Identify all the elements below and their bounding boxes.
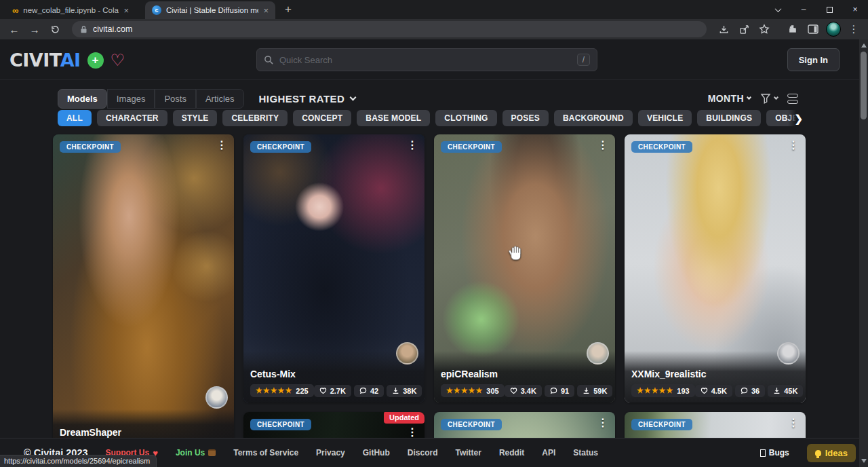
rating-badge: ★★★★★193 bbox=[631, 384, 695, 397]
forward-button[interactable]: → bbox=[26, 20, 43, 38]
creator-avatar[interactable] bbox=[587, 342, 609, 365]
side-panel-icon[interactable] bbox=[804, 20, 822, 38]
extensions-puzzle-icon[interactable] bbox=[784, 20, 802, 38]
period-dropdown[interactable]: MONTH bbox=[708, 93, 751, 104]
window-maximize-button[interactable] bbox=[816, 0, 842, 19]
footer-link-reddit[interactable]: Reddit bbox=[499, 448, 524, 457]
reload-button[interactable] bbox=[46, 20, 64, 38]
colab-icon: ∞ bbox=[12, 5, 18, 16]
tab-search-icon[interactable] bbox=[765, 0, 791, 19]
browser-menu-icon[interactable]: ⋮ bbox=[845, 20, 863, 38]
creator-avatar[interactable] bbox=[205, 386, 228, 409]
tab-close-icon[interactable]: × bbox=[263, 6, 269, 15]
browser-profile-avatar[interactable] bbox=[825, 20, 842, 38]
downloads-badge: 45K bbox=[768, 385, 803, 397]
likes-badge: 4.5K bbox=[695, 385, 732, 397]
card-menu-icon[interactable]: ⋮ bbox=[597, 140, 608, 151]
model-card-cetus-mix[interactable]: CHECKPOINT ⋮ Cetus-Mix ★★★★★225 2.7K 42 … bbox=[243, 134, 425, 403]
civitai-page: CIVITAI + ♡ / Sign In Models Images Post… bbox=[0, 39, 868, 467]
category-poses[interactable]: POSES bbox=[502, 110, 549, 126]
footer-link-terms[interactable]: Terms of Service bbox=[233, 448, 298, 457]
categories-scroll-next-icon[interactable]: ❯ bbox=[788, 110, 803, 127]
civitai-logo[interactable]: CIVITAI + ♡ bbox=[9, 50, 125, 71]
footer-link-twitter[interactable]: Twitter bbox=[455, 448, 481, 457]
footer-link-api[interactable]: API bbox=[542, 448, 555, 457]
chevron-down-icon bbox=[774, 95, 778, 100]
tab-models[interactable]: Models bbox=[58, 89, 107, 109]
url-text: civitai.com bbox=[93, 24, 132, 34]
filter-right-cluster: MONTH bbox=[708, 88, 798, 109]
model-type-badge: CHECKPOINT bbox=[441, 419, 502, 430]
footer-link-github[interactable]: GitHub bbox=[363, 448, 390, 457]
sign-in-button[interactable]: Sign In bbox=[787, 48, 840, 71]
tab-images[interactable]: Images bbox=[107, 89, 155, 109]
card-menu-icon[interactable]: ⋮ bbox=[788, 140, 799, 151]
browser-tab-civitai[interactable]: c Civitai | Stable Diffusion models, × bbox=[145, 1, 275, 19]
card-menu-icon[interactable]: ⋮ bbox=[788, 417, 799, 428]
back-button[interactable]: ← bbox=[5, 20, 23, 38]
slash-shortcut-badge: / bbox=[577, 54, 590, 66]
scrollbar-thumb[interactable] bbox=[861, 52, 867, 119]
search-input[interactable] bbox=[279, 55, 572, 65]
footer-link-discord[interactable]: Discord bbox=[408, 448, 438, 457]
window-close-button[interactable]: × bbox=[842, 0, 868, 19]
model-card-epicrealism[interactable]: CHECKPOINT ⋮ epiCRealism ★★★★★305 3.4K 9… bbox=[434, 134, 615, 403]
model-title: Cetus-Mix bbox=[250, 369, 418, 379]
category-character[interactable]: CHARACTER bbox=[97, 110, 167, 126]
favorites-heart-icon[interactable]: ♡ bbox=[111, 52, 125, 69]
category-background[interactable]: BACKGROUND bbox=[554, 110, 633, 126]
model-title: epiCRealism bbox=[441, 369, 608, 379]
page-scrollbar[interactable] bbox=[859, 39, 868, 467]
status-bar-url: https://civitai.com/models/25694/epicrea… bbox=[0, 455, 157, 467]
comments-badge: 36 bbox=[735, 385, 765, 397]
share-icon[interactable] bbox=[735, 20, 753, 38]
footer-link-status[interactable]: Status bbox=[573, 448, 598, 457]
browser-toolbar: ← → civitai.com ⋮ bbox=[0, 19, 868, 39]
scrollbar-down-arrow[interactable] bbox=[861, 459, 867, 463]
model-card-dreamshaper[interactable]: CHECKPOINT ⋮ DreamShaper bbox=[53, 134, 234, 448]
model-card-xxmix[interactable]: CHECKPOINT ⋮ XXMix_9realistic ★★★★★193 4… bbox=[625, 134, 806, 403]
likes-badge: 3.4K bbox=[505, 385, 542, 397]
card-menu-icon[interactable]: ⋮ bbox=[597, 417, 608, 428]
tab-articles[interactable]: Articles bbox=[196, 89, 244, 109]
scrollbar-up-arrow[interactable] bbox=[861, 43, 867, 48]
bugs-link[interactable]: Bugs bbox=[760, 448, 789, 457]
ideas-button[interactable]: Ideas bbox=[807, 444, 856, 462]
tab-posts[interactable]: Posts bbox=[155, 89, 196, 109]
comment-icon bbox=[359, 387, 367, 394]
footer-link-privacy[interactable]: Privacy bbox=[316, 448, 345, 457]
category-style[interactable]: STYLE bbox=[173, 110, 218, 126]
card-menu-icon[interactable]: ⋮ bbox=[216, 140, 227, 151]
layout-toggle-icon[interactable] bbox=[787, 94, 798, 104]
window-minimize-button[interactable]: – bbox=[791, 0, 816, 19]
category-concept[interactable]: CONCEPT bbox=[293, 110, 351, 126]
category-vehicle[interactable]: VEHICLE bbox=[638, 110, 692, 126]
category-buildings[interactable]: BUILDINGS bbox=[697, 110, 761, 126]
card-menu-icon[interactable]: ⋮ bbox=[407, 140, 418, 151]
category-clothing[interactable]: CLOTHING bbox=[435, 110, 496, 126]
card-menu-icon[interactable]: ⋮ bbox=[407, 427, 418, 438]
rating-badge: ★★★★★225 bbox=[250, 384, 314, 397]
model-card-grid: CHECKPOINT ⋮ DreamShaper CHECKPOINT ⋮ Ce… bbox=[53, 134, 806, 467]
creator-avatar[interactable] bbox=[777, 342, 800, 365]
address-bar[interactable]: civitai.com bbox=[72, 21, 707, 37]
comment-icon bbox=[741, 387, 748, 394]
heart-icon bbox=[510, 387, 517, 394]
new-tab-button[interactable]: + bbox=[281, 3, 296, 16]
creator-avatar[interactable] bbox=[396, 342, 418, 365]
likes-badge: 2.7K bbox=[314, 385, 351, 397]
sort-dropdown[interactable]: HIGHEST RATED bbox=[259, 93, 356, 105]
category-base-model[interactable]: BASE MODEL bbox=[357, 110, 430, 126]
toolbar-icons: ⋮ bbox=[715, 20, 863, 38]
download-icon bbox=[392, 387, 399, 394]
category-celebrity[interactable]: CELEBRITY bbox=[222, 110, 288, 126]
category-all[interactable]: ALL bbox=[58, 110, 92, 126]
tab-close-icon[interactable]: × bbox=[123, 6, 129, 15]
bookmark-star-icon[interactable] bbox=[755, 20, 773, 38]
quick-search[interactable]: / bbox=[256, 48, 597, 71]
browser-tab-colab[interactable]: ∞ new_colab_file.ipynb - Colaborat × bbox=[5, 1, 136, 19]
download-page-icon[interactable] bbox=[715, 20, 732, 38]
create-plus-button[interactable]: + bbox=[87, 52, 104, 69]
footer-link-join-us[interactable]: Join Us bbox=[176, 448, 216, 457]
filters-funnel-button[interactable] bbox=[760, 93, 778, 104]
